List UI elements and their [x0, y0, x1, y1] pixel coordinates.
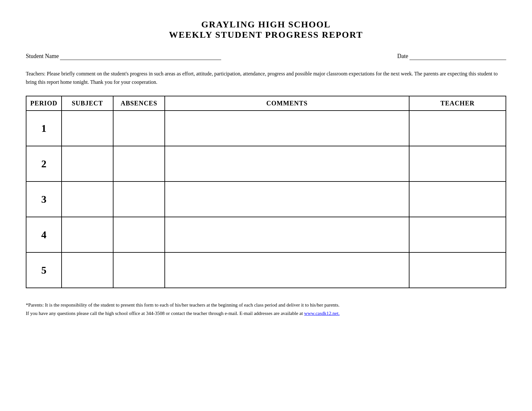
table-row: 4: [26, 217, 506, 252]
header-period: PERIOD: [26, 96, 62, 111]
page-header: GRAYLING HIGH SCHOOL WEEKLY STUDENT PROG…: [26, 19, 506, 40]
period-cell-4: 4: [26, 217, 62, 252]
period-cell-2: 2: [26, 146, 62, 181]
header-teacher: TEACHER: [409, 96, 506, 111]
table-header-row: PERIOD SUBJECT ABSENCES COMMENTS TEACHER: [26, 96, 506, 111]
subject-cell-3: [62, 181, 113, 217]
footer-line1: *Parents: It is the responsibility of th…: [26, 301, 506, 309]
date-label: Date: [397, 53, 408, 60]
teacher-cell-3: [409, 181, 506, 217]
school-name: GRAYLING HIGH SCHOOL: [26, 19, 506, 30]
period-cell-3: 3: [26, 181, 62, 217]
absences-cell-3: [113, 181, 165, 217]
footer-text2: If you have any questions please call th…: [26, 311, 304, 316]
absences-cell-1: [113, 111, 165, 146]
date-underline: [409, 53, 506, 60]
footer-section: *Parents: It is the responsibility of th…: [26, 301, 506, 318]
header-subject: SUBJECT: [62, 96, 113, 111]
period-cell-1: 1: [26, 111, 62, 146]
teacher-cell-4: [409, 217, 506, 252]
student-info-section: Student Name Date: [26, 53, 506, 60]
subject-cell-5: [62, 252, 113, 288]
header-absences: ABSENCES: [113, 96, 165, 111]
footer-link[interactable]: www.casdk12.net.: [304, 311, 340, 316]
table-row: 3: [26, 181, 506, 217]
instructions-text: Teachers: Please briefly comment on the …: [26, 70, 506, 86]
subject-cell-1: [62, 111, 113, 146]
comments-cell-3: [165, 181, 409, 217]
table-row: 5: [26, 252, 506, 288]
teacher-cell-1: [409, 111, 506, 146]
comments-cell-4: [165, 217, 409, 252]
table-row: 2: [26, 146, 506, 181]
header-comments: COMMENTS: [165, 96, 409, 111]
comments-cell-1: [165, 111, 409, 146]
subject-cell-2: [62, 146, 113, 181]
teacher-cell-2: [409, 146, 506, 181]
absences-cell-2: [113, 146, 165, 181]
subject-cell-4: [62, 217, 113, 252]
footer-line2: If you have any questions please call th…: [26, 309, 506, 318]
report-title: WEEKLY STUDENT PROGRESS REPORT: [26, 30, 506, 40]
comments-cell-5: [165, 252, 409, 288]
comments-cell-2: [165, 146, 409, 181]
progress-report-table: PERIOD SUBJECT ABSENCES COMMENTS TEACHER…: [26, 96, 506, 288]
table-row: 1: [26, 111, 506, 146]
student-name-label: Student Name: [26, 53, 59, 60]
student-name-underline: [60, 53, 221, 60]
student-name-field: Student Name: [26, 53, 221, 60]
date-field: Date: [397, 53, 506, 60]
absences-cell-5: [113, 252, 165, 288]
absences-cell-4: [113, 217, 165, 252]
teacher-cell-5: [409, 252, 506, 288]
period-cell-5: 5: [26, 252, 62, 288]
